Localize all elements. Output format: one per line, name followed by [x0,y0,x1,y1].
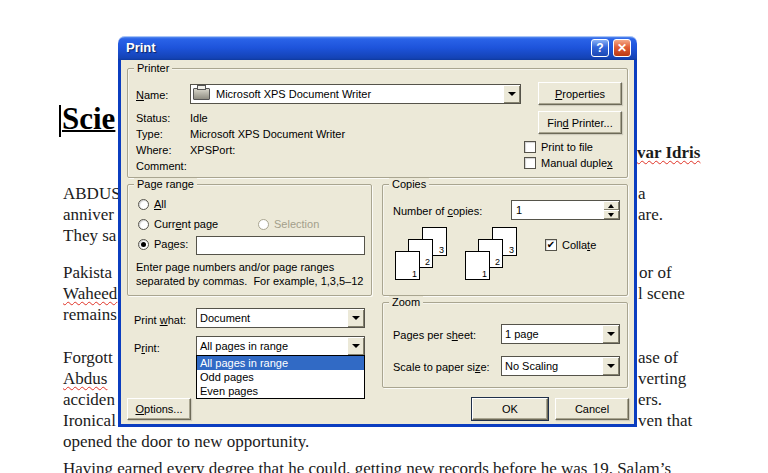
print-range-type-label: Print: [134,342,160,354]
page-number: 3 [439,245,444,255]
dropdown-arrow-icon[interactable] [347,309,364,327]
print-to-file-checkbox[interactable]: Print to file [524,141,593,153]
text-cursor [59,105,61,137]
options-button-label: Options... [135,403,182,415]
document-text-fragment: Pakista [63,263,112,283]
cancel-button-label: Cancel [575,403,609,415]
document-text-fragment: Having earned every degree that he could… [63,459,671,473]
document-text-fragment: They sa [63,226,116,246]
status-value: Idle [190,112,208,124]
comment-label: Comment: [136,160,187,172]
page-number: 2 [495,257,500,267]
printer-name-value: Microsoft XPS Document Writer [213,85,503,103]
current-page-radio-label: Current page [154,218,218,230]
document-text-fragment: Forgott [63,348,113,368]
print-what-combobox[interactable]: Document [196,308,365,328]
printer-name-combobox[interactable]: Microsoft XPS Document Writer [190,84,521,104]
collate-pages-icon: 3 2 1 [395,227,457,285]
ok-button[interactable]: OK [472,398,548,420]
dropdown-arrow-icon[interactable] [347,337,364,355]
document-text-fragment: var Idris [637,143,700,163]
help-icon[interactable]: ? [591,39,609,57]
scale-to-paper-size-combobox[interactable]: No Scaling [501,356,620,376]
page-range-help-line1: Enter page numbers and/or page ranges [136,261,334,273]
options-button[interactable]: Options... [127,398,191,420]
document-text-fragment: ABDUS [63,184,121,204]
print-what-label: Print what: [134,314,186,326]
document-text-fragment: ase of [638,348,678,368]
where-label: Where: [136,144,171,156]
where-value: XPSPort: [190,144,235,156]
radio-circle[interactable] [138,219,149,230]
screen: Scie ABDUSanniverThey saPakistaWaheedrem… [0,0,768,473]
print-dialog: Print ? ✕ Printer Name: Microsoft XPS Do… [118,36,637,427]
cancel-button[interactable]: Cancel [555,398,629,420]
pages-per-sheet-value: 1 page [502,325,602,343]
dropdown-item-odd-pages[interactable]: Odd pages [197,370,364,384]
document-text-fragment: ven that [638,411,692,431]
manual-duplex-checkbox[interactable]: Manual duplex [524,157,613,169]
print-range-type-value: All pages in range [197,337,347,355]
document-text-fragment: ers. [638,390,662,410]
number-of-copies-label: Number of copies: [393,205,482,217]
document-text-fragment: Abdus [63,369,107,389]
collate-pages-icon: 3 2 1 [465,227,527,285]
all-radio[interactable]: All [138,198,166,210]
properties-button[interactable]: Properties [538,82,622,105]
print-what-value: Document [197,309,347,327]
pages-radio[interactable]: Pages: [138,238,188,250]
dropdown-item-all-pages[interactable]: All pages in range [197,356,364,370]
document-text-fragment: anniver [63,205,114,225]
manual-duplex-label: Manual duplex [541,157,613,169]
type-value: Microsoft XPS Document Writer [190,128,345,140]
document-text-fragment: verting [638,369,686,389]
copies-legend: Copies [389,178,429,191]
page-number: 3 [509,245,514,255]
dialog-titlebar[interactable]: Print ? ✕ [118,36,637,60]
dropdown-arrow-icon[interactable] [602,325,619,343]
checkbox-box[interactable] [524,141,536,153]
printer-name-label: Name: [136,89,168,101]
number-of-copies-spinner[interactable]: 1 [511,200,620,220]
radio-circle [258,219,269,230]
close-icon[interactable]: ✕ [613,39,631,57]
zoom-legend: Zoom [389,296,423,309]
document-text-fragment: a [638,184,646,204]
document-text-fragment: l scene [638,284,685,304]
dialog-title: Print [126,40,156,55]
checkbox-box[interactable] [524,157,536,169]
spinner-down-icon[interactable] [603,210,619,219]
checkbox-check-icon[interactable]: ✔ [545,239,557,251]
number-of-copies-value[interactable]: 1 [512,201,603,219]
page-number: 1 [482,269,487,279]
type-label: Type: [136,128,163,140]
print-to-file-label: Print to file [541,141,593,153]
dropdown-arrow-icon[interactable] [602,357,619,375]
find-printer-button[interactable]: Find Printer... [538,111,622,134]
document-text-fragment: or of [639,263,672,283]
print-range-type-combobox[interactable]: All pages in range [196,336,365,356]
printer-group: Printer Name: Microsoft XPS Document Wri… [127,68,628,178]
collate-label: Collate [562,239,596,251]
copies-group: Copies Number of copies: 1 3 2 1 3 2 1 ✔ [382,184,628,296]
radio-circle[interactable] [138,239,149,250]
dropdown-item-even-pages[interactable]: Even pages [197,384,364,398]
status-label: Status: [136,112,170,124]
find-printer-button-label: Find Printer... [547,117,612,129]
spinner-up-icon[interactable] [603,201,619,210]
pages-per-sheet-combobox[interactable]: 1 page [501,324,620,344]
page-range-help-line2: separated by commas. For example, 1,3,5–… [136,275,363,287]
print-range-type-dropdown: All pages in range Odd pages Even pages [196,355,365,399]
collate-checkbox[interactable]: ✔ Collate [545,239,596,251]
dropdown-arrow-icon[interactable] [503,85,520,103]
scale-to-paper-size-label: Scale to paper size: [393,361,490,373]
current-page-radio[interactable]: Current page [138,218,218,230]
radio-circle[interactable] [138,199,149,210]
selection-radio: Selection [258,218,319,230]
page-range-legend: Page range [134,178,197,191]
zoom-group: Zoom Pages per sheet: 1 page Scale to pa… [382,302,628,388]
properties-button-label: Properties [555,88,605,100]
document-text-fragment: are. [638,205,663,225]
document-text-fragment: opened the door to new opportunity. [63,432,309,452]
pages-input[interactable] [196,236,365,255]
